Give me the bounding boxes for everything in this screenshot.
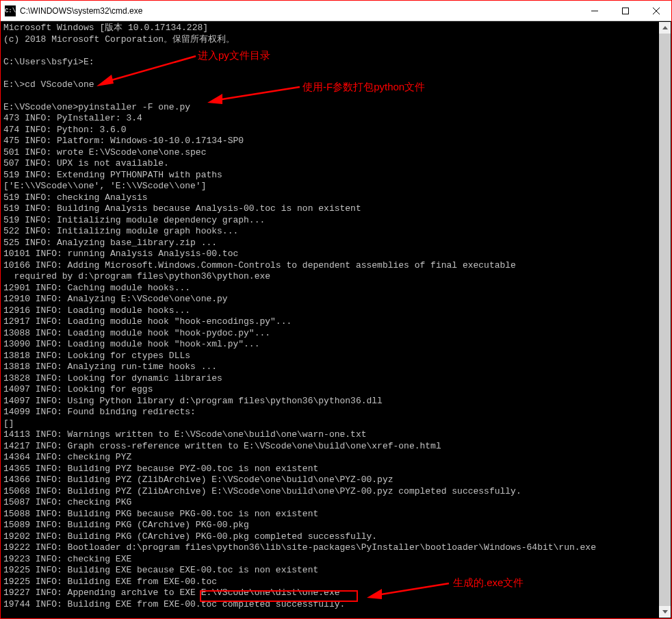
close-button[interactable] xyxy=(641,1,671,21)
maximize-button[interactable] xyxy=(610,1,641,21)
svg-marker-5 xyxy=(662,610,668,614)
console-output[interactable]: Microsoft Windows [版本 10.0.17134.228] (c… xyxy=(1,21,671,618)
window-controls xyxy=(579,1,671,21)
svg-rect-1 xyxy=(622,8,628,14)
cmd-icon: C:\ xyxy=(5,5,16,16)
minimize-button[interactable] xyxy=(579,1,610,21)
window-title: C:\WINDOWS\system32\cmd.exe xyxy=(20,6,579,16)
vertical-scrollbar[interactable] xyxy=(659,22,671,618)
svg-marker-4 xyxy=(662,26,668,29)
titlebar[interactable]: C:\ C:\WINDOWS\system32\cmd.exe xyxy=(1,1,671,21)
scroll-thumb[interactable] xyxy=(659,34,671,606)
scroll-up-button[interactable] xyxy=(659,22,671,34)
scroll-down-button[interactable] xyxy=(659,606,671,618)
